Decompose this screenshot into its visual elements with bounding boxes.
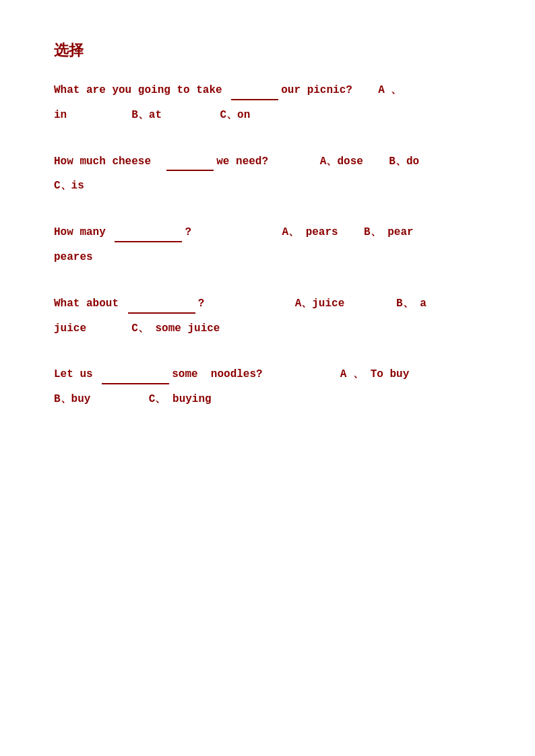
blank-2 <box>166 170 214 171</box>
question-4-line2: juice C、 some juice <box>54 319 481 339</box>
page-container: 选择 What are you going to take our picnic… <box>54 40 481 409</box>
page-title: 选择 <box>54 40 481 61</box>
question-2: How much cheese we need? A、dose B、do C、i… <box>54 152 481 197</box>
question-5-line2: B、buy C、 buying <box>54 390 481 409</box>
blank-4 <box>128 312 195 314</box>
blank-1 <box>231 99 278 100</box>
question-5-line1: Let us some noodles? A 、 To buy <box>54 365 481 384</box>
question-3-line1: How many ? A、 pears B、 pear <box>54 223 481 242</box>
question-1-line1: What are you going to take our picnic? A… <box>54 81 481 100</box>
question-5: Let us some noodles? A 、 To buy B、buy C、… <box>54 365 481 409</box>
question-3: How many ? A、 pears B、 pear peares <box>54 223 481 267</box>
question-4-line1: What about ? A、juice B、 a <box>54 294 481 314</box>
blank-5 <box>102 383 169 384</box>
question-4: What about ? A、juice B、 a juice C、 some … <box>54 294 481 339</box>
question-1: What are you going to take our picnic? A… <box>54 81 481 125</box>
question-2-line2: C、is <box>54 176 481 196</box>
blank-3 <box>115 241 182 242</box>
question-2-line1: How much cheese we need? A、dose B、do <box>54 152 481 172</box>
question-3-line2: peares <box>54 248 481 267</box>
question-1-line2: in B、at C、on <box>54 106 481 125</box>
